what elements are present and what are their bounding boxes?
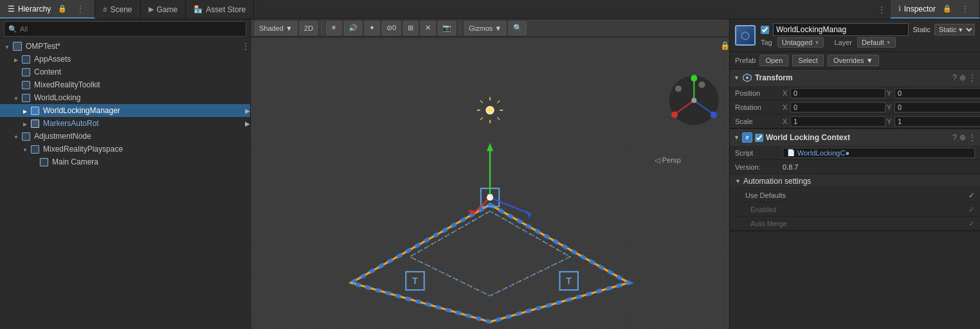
tree-item-mrt[interactable]: MixedRealityToolkit bbox=[0, 78, 250, 91]
hierarchy-search[interactable]: 🔍 bbox=[4, 21, 246, 37]
tree-item-content[interactable]: Content bbox=[0, 66, 250, 78]
effects-btn[interactable]: ✦ bbox=[365, 21, 379, 35]
wlc-more-icon[interactable]: ⋮ bbox=[968, 133, 976, 142]
arrow-right-mar: ▶ bbox=[245, 120, 250, 127]
position-fields: X Y Z bbox=[783, 88, 980, 98]
tree-item-playspace[interactable]: MixedRealityPlayspace bbox=[0, 143, 250, 156]
automation-header[interactable]: ▼ Automation settings bbox=[730, 174, 980, 188]
scene-tab-more[interactable]: ⋮ bbox=[873, 5, 891, 14]
tag-dropdown-arrow: ▼ bbox=[814, 40, 819, 46]
tab-asset-store[interactable]: 🏪 Asset Store bbox=[186, 0, 254, 19]
tab-scene[interactable]: # Scene bbox=[95, 0, 140, 19]
wlc-help-icon[interactable]: ? bbox=[952, 133, 957, 142]
scale-x-input[interactable] bbox=[790, 116, 885, 127]
wlc-actions: ? ⊕ ⋮ bbox=[952, 133, 976, 142]
overrides-arrow: ▼ bbox=[866, 57, 873, 64]
transform-section: ▼ Transform ? ⊕ ⋮ Position bbox=[730, 69, 980, 129]
lighting-btn[interactable]: ☀ bbox=[326, 21, 341, 35]
tab-inspector[interactable]: ℹ Inspector 🔒 ⋮ bbox=[891, 0, 980, 19]
inspector-tab-label: Inspector bbox=[904, 4, 936, 13]
label-an: AdjustmentNode bbox=[34, 132, 91, 141]
svg-text:T: T bbox=[566, 276, 572, 286]
scale-y-axis: Y bbox=[887, 118, 893, 125]
tree-item-appassets[interactable]: AppAssets bbox=[0, 53, 250, 66]
rot-y-input[interactable] bbox=[894, 102, 980, 112]
more-icon-hierarchy[interactable]: ⋮ bbox=[74, 4, 87, 13]
toggle-btn1[interactable]: ⊘0 bbox=[382, 21, 401, 35]
wlc-icon: # bbox=[742, 132, 752, 143]
search-input[interactable] bbox=[20, 25, 242, 33]
select-button[interactable]: Select bbox=[792, 55, 824, 66]
more-omptest[interactable]: ⋮ bbox=[241, 41, 250, 51]
wlc-header[interactable]: ▼ # World Locking Context ? ⊕ ⋮ bbox=[730, 129, 980, 146]
static-label: Static bbox=[912, 26, 930, 33]
icon-content bbox=[22, 68, 30, 76]
wlc-name: World Locking Context bbox=[766, 133, 950, 142]
rot-x-input[interactable] bbox=[790, 102, 885, 112]
inspector-more-icon[interactable]: ⋮ bbox=[959, 4, 972, 13]
rotation-row: Rotation X Y Z bbox=[730, 100, 980, 114]
camera-btn[interactable]: 📷 bbox=[438, 21, 456, 35]
snap-btn[interactable]: ✕ bbox=[421, 21, 435, 35]
transform-help-icon[interactable]: ? bbox=[952, 73, 957, 82]
transform-icon bbox=[742, 73, 752, 83]
lock-icon: 🔒 bbox=[54, 4, 71, 13]
scene-toolbar: Shaded ▼ 2D ☀ 🔊 ✦ ⊘0 ⊞ ✕ 📷 Gizmos ▼ 🔍 bbox=[251, 19, 729, 37]
shading-dropdown[interactable]: Shaded ▼ bbox=[255, 21, 297, 35]
scene-tab-icon: # bbox=[103, 6, 107, 13]
tree-item-markersautorot[interactable]: MarkersAutoRot ▶ bbox=[0, 117, 250, 130]
pos-x-input[interactable] bbox=[790, 88, 885, 98]
arrow-appassets bbox=[12, 56, 21, 63]
audio-btn[interactable]: 🔊 bbox=[344, 21, 362, 35]
tab-game[interactable]: ▶ Game bbox=[141, 0, 186, 19]
overrides-button[interactable]: Overrides ▼ bbox=[828, 55, 879, 66]
automation-label: Automation settings bbox=[743, 177, 811, 186]
wlc-settings-icon[interactable]: ⊕ bbox=[959, 133, 966, 142]
tab-hierarchy[interactable]: ☰ Hierarchy 🔒 ⋮ bbox=[0, 0, 95, 19]
tag-value[interactable]: Untagged ▼ bbox=[777, 37, 824, 48]
label-wlm: WorldLockingManager bbox=[43, 106, 120, 115]
arrow-worldlocking bbox=[12, 94, 21, 102]
wlc-enabled-checkbox[interactable] bbox=[755, 134, 763, 142]
pos-y-input[interactable] bbox=[894, 88, 980, 98]
transform-header[interactable]: ▼ Transform ? ⊕ ⋮ bbox=[730, 69, 980, 86]
inspector-lock-icon: 🔒 bbox=[939, 4, 956, 13]
label-appassets: AppAssets bbox=[34, 55, 71, 64]
hierarchy-tab-label: Hierarchy bbox=[18, 4, 51, 13]
transform-name: Transform bbox=[755, 73, 950, 82]
tree-item-worldlockingmanager[interactable]: WorldLockingManager ▶ bbox=[0, 104, 250, 117]
tree-item-omptest[interactable]: OMPTest* ⋮ bbox=[0, 40, 250, 53]
layer-value[interactable]: Default ▼ bbox=[857, 37, 896, 48]
label-omptest: OMPTest* bbox=[26, 42, 60, 51]
tree-item-adjustmentnode[interactable]: AdjustmentNode bbox=[0, 130, 250, 143]
pos-x-group: X bbox=[783, 88, 885, 98]
pos-y-axis: Y bbox=[887, 89, 893, 97]
transform-more-icon[interactable]: ⋮ bbox=[968, 73, 976, 82]
tree-item-worldlocking[interactable]: WorldLocking bbox=[0, 91, 250, 104]
shading-arrow: ▼ bbox=[286, 24, 293, 32]
svg-point-40 bbox=[675, 85, 682, 92]
wlc-collapse-arrow: ▼ bbox=[734, 134, 740, 141]
icon-appassets bbox=[22, 55, 30, 64]
icon-wlm bbox=[31, 107, 39, 115]
grid-btn[interactable]: ⊞ bbox=[403, 21, 418, 35]
transform-settings-icon[interactable]: ⊕ bbox=[959, 73, 966, 82]
script-value[interactable]: 📄 WorldLockingC● bbox=[783, 148, 975, 158]
scene-viewport[interactable]: T T T bbox=[251, 37, 729, 329]
2d-toggle[interactable]: 2D bbox=[300, 21, 318, 35]
open-button[interactable]: Open bbox=[759, 55, 788, 66]
inspector-icon: ℹ bbox=[898, 4, 901, 13]
label-mar: MarkersAutoRot bbox=[43, 119, 99, 128]
object-name-row: Static Static ▾ bbox=[761, 23, 975, 36]
scale-label: Scale bbox=[735, 118, 780, 125]
object-enabled-checkbox[interactable] bbox=[761, 26, 769, 34]
search-scene-btn[interactable]: 🔍 bbox=[509, 21, 527, 35]
layer-label: Layer bbox=[834, 39, 852, 46]
scale-y-input[interactable] bbox=[894, 116, 980, 127]
tree-item-maincamera[interactable]: Main Camera bbox=[0, 156, 250, 168]
static-dropdown[interactable]: Static ▾ bbox=[934, 24, 975, 35]
gizmos-btn[interactable]: Gizmos ▼ bbox=[464, 21, 506, 35]
object-icon-glyph: ⬡ bbox=[741, 30, 750, 42]
icon-omptest bbox=[13, 42, 22, 51]
object-name-input[interactable] bbox=[773, 23, 909, 36]
